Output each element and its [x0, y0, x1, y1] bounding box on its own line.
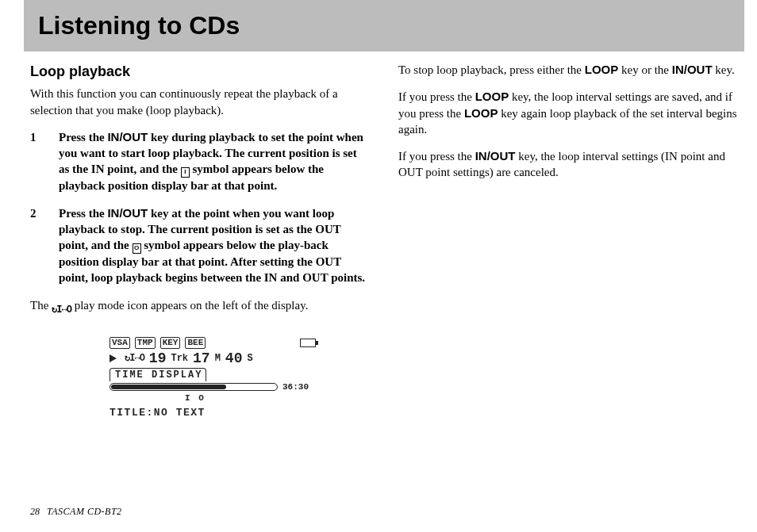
content-columns: Loop playback With this function you can… [30, 62, 738, 420]
lcd-chip: VSA [110, 337, 130, 349]
lcd-endtime: 36:30 [282, 381, 309, 393]
step-number: 1 [30, 129, 43, 194]
key-loop: LOOP [585, 63, 619, 76]
lcd-track: 19 [149, 349, 167, 368]
lcd-progress-fill [111, 385, 226, 389]
lcd-tab: TIME DISPLAY [110, 368, 206, 381]
key-inout: IN/OUT [107, 206, 148, 220]
lcd-chip: BEE [185, 337, 206, 349]
lcd-chip: TMP [135, 337, 156, 349]
manual-page: { "title": "Listening to CDs", "section"… [0, 0, 757, 532]
lcd-loop-marks: I O [185, 392, 316, 404]
lcd-track-row: ↻I↔O 19Trk 17M 40S [110, 349, 316, 368]
step-text: Press the IN/OUT key during playback to … [59, 129, 370, 194]
lcd-chip: KEY [160, 337, 181, 349]
key-inout: IN/OUT [672, 63, 713, 76]
page-title: Listening to CDs [38, 11, 240, 40]
step-1: 1 Press the IN/OUT key during playback t… [30, 129, 370, 194]
product-model: TASCAM CD-BT2 [47, 506, 122, 517]
steps-list: 1 Press the IN/OUT key during playback t… [30, 129, 370, 286]
step-2: 2 Press the IN/OUT key at the point when… [30, 205, 370, 286]
section-heading: Loop playback [30, 62, 370, 81]
right-p3: If you press the IN/OUT key, the loop in… [398, 148, 738, 181]
battery-icon [300, 339, 316, 347]
page-footer: 28 TASCAM CD-BT2 [30, 506, 122, 518]
lcd-sec: 40 [225, 349, 243, 368]
key-inout: IN/OUT [107, 130, 148, 144]
lcd-title-row: TITLE:NO TEXT [110, 406, 316, 420]
playmode-icon: ↻I↔O [52, 304, 71, 316]
page-number: 28 [30, 506, 40, 517]
right-p2: If you press the LOOP key, the loop inte… [398, 89, 738, 137]
play-icon [110, 354, 117, 362]
key-loop: LOOP [464, 106, 498, 120]
key-inout: IN/OUT [475, 149, 516, 163]
key-loop: LOOP [475, 90, 509, 103]
title-bar: Listening to CDs [24, 0, 744, 52]
in-point-icon: I [181, 167, 190, 178]
playmode-icon: ↻I↔O [125, 352, 144, 365]
step-number: 2 [30, 205, 43, 286]
out-point-icon: O [133, 243, 141, 254]
intro-paragraph: With this function you can continuously … [30, 86, 370, 118]
lcd-min: 17 [193, 349, 210, 368]
right-column: To stop loop playback, press either the … [398, 62, 738, 420]
right-p1: To stop loop playback, press either the … [398, 62, 738, 78]
left-column: Loop playback With this function you can… [30, 62, 370, 420]
lcd-chip-row: VSA TMP KEY BEE [110, 337, 316, 349]
step-text: Press the IN/OUT key at the point when y… [59, 205, 370, 286]
lcd-illustration: VSA TMP KEY BEE ↻I↔O 19Trk 17M 40S TIME … [110, 337, 316, 420]
lcd-tab-row: TIME DISPLAY [110, 368, 316, 381]
lcd-progress-bar: 36:30 [110, 383, 278, 391]
playmode-note: The ↻I↔O play mode icon appears on the l… [30, 297, 370, 316]
